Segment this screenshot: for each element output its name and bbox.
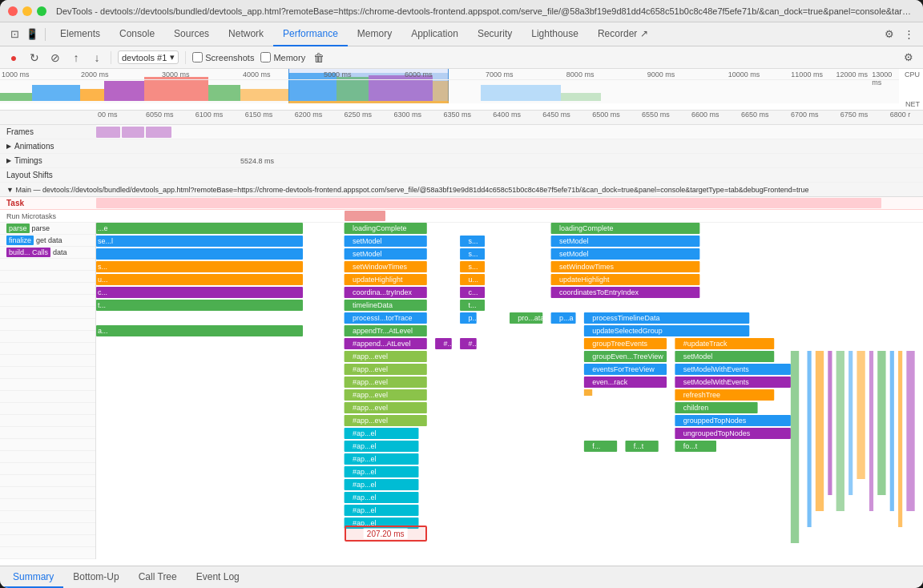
inspect-icon[interactable]: ⊡: [6, 26, 22, 42]
timeline-overview[interactable]: CPU NET 1000 ms 2000 ms 3000 ms 4000 ms …: [0, 69, 923, 111]
device-label: devtools #1: [122, 53, 167, 62]
frames-label: Frames: [0, 127, 96, 136]
sub-marker-12: 6600 ms: [691, 111, 719, 119]
tab-console[interactable]: Console: [110, 22, 164, 46]
memory-checkbox[interactable]: [260, 52, 271, 62]
svg-rect-154: [836, 351, 844, 511]
tab-recorder[interactable]: Recorder ↗: [588, 22, 658, 46]
svg-text:loadingComplete: loadingComplete: [353, 224, 407, 232]
task-bar: [96, 198, 881, 208]
svg-rect-16: [122, 127, 144, 138]
tab-application[interactable]: Application: [401, 22, 468, 46]
tab-call-tree[interactable]: Call Tree: [129, 566, 187, 588]
timings-label-text: Timings: [14, 156, 42, 165]
run-microtasks-label: Run Microtasks: [0, 210, 96, 222]
time-marker-5: 6000 ms: [405, 70, 433, 79]
svg-text:t...: t...: [98, 301, 106, 309]
parse-label: parse parse: [0, 223, 95, 235]
svg-rect-162: [584, 389, 592, 396]
flame-chart[interactable]: Task Run Microtasks parse: [0, 197, 923, 566]
record-button[interactable]: ●: [6, 50, 21, 65]
clear-button[interactable]: ⊘: [48, 50, 62, 65]
svg-rect-6: [240, 89, 288, 101]
sub-marker-15: 6750 ms: [840, 111, 869, 119]
svg-text:updateSelectedGroup: updateSelectedGroup: [592, 327, 663, 335]
svg-text:setModel: setModel: [683, 352, 713, 360]
svg-rect-156: [856, 351, 865, 479]
upload-button[interactable]: ↑: [69, 50, 83, 65]
svg-rect-33: [96, 248, 303, 260]
bottom-up-tab-label: Bottom-Up: [73, 571, 119, 582]
device-selector[interactable]: devtools #1 ▾: [118, 50, 179, 64]
more-tools-icon[interactable]: ⋮: [901, 26, 917, 42]
time-marker-1: 2000 ms: [81, 70, 109, 79]
svg-rect-64: [96, 300, 303, 311]
svg-rect-2: [80, 89, 104, 101]
svg-text:eventsForTreeView: eventsForTreeView: [592, 365, 655, 373]
screenshots-label: Screenshots: [205, 53, 254, 62]
traffic-lights: [8, 6, 46, 16]
minimize-button[interactable]: [22, 6, 32, 16]
svg-rect-144: [584, 441, 617, 452]
svg-text:p...a: p...a: [559, 314, 574, 322]
sub-marker-5: 6250 ms: [345, 111, 373, 119]
svg-text:u...: u...: [98, 276, 108, 284]
animations-track[interactable]: ▶ Animations: [0, 139, 923, 154]
tab-bottom-up[interactable]: Bottom-Up: [63, 566, 128, 588]
screenshots-checkbox[interactable]: [192, 52, 203, 62]
time-marker-6: 7000 ms: [486, 70, 514, 79]
sub-ruler: 00 ms 6050 ms 6100 ms 6150 ms 6200 ms 62…: [0, 111, 923, 125]
frames-track[interactable]: Frames: [0, 125, 923, 139]
close-button[interactable]: [8, 6, 18, 16]
svg-text:setWindowTimes: setWindowTimes: [353, 263, 408, 271]
tab-lighthouse[interactable]: Lighthouse: [522, 22, 588, 46]
svg-rect-155: [848, 351, 852, 495]
memory-checkbox-label[interactable]: Memory: [260, 52, 305, 62]
svg-text:even...rack: even...rack: [592, 378, 628, 386]
svg-text:fo...t: fo...t: [683, 442, 698, 450]
layout-shifts-track[interactable]: Layout Shifts: [0, 168, 923, 183]
animations-label-text: Animations: [14, 142, 54, 151]
svg-text:s...: s...: [98, 263, 107, 271]
time-marker-12: 13000 ms: [872, 70, 899, 87]
svg-text:loadingComplete: loadingComplete: [559, 224, 614, 232]
svg-text:appendTr...AtLevel: appendTr...AtLevel: [353, 327, 413, 335]
tab-summary[interactable]: Summary: [3, 566, 63, 588]
svg-rect-17: [146, 127, 171, 138]
timings-track[interactable]: ▶ Timings 5524.8 ms: [0, 154, 923, 168]
tab-memory[interactable]: Memory: [348, 22, 401, 46]
svg-text:setModel: setModel: [559, 237, 589, 245]
time-marker-11: 12000 ms: [836, 70, 868, 79]
delete-button[interactable]: 🗑: [312, 50, 326, 65]
svg-rect-152: [816, 351, 824, 511]
time-marker-7: 8000 ms: [566, 70, 595, 79]
svg-rect-160: [898, 351, 902, 527]
screenshots-checkbox-label[interactable]: Screenshots: [192, 52, 254, 62]
settings-icon[interactable]: ⚙: [881, 26, 897, 42]
svg-text:#app...evel: #app...evel: [353, 404, 388, 412]
svg-text:ungroupedTopNodes: ungroupedTopNodes: [683, 429, 751, 437]
perf-settings-icon[interactable]: ⚙: [901, 50, 917, 66]
svg-text:#app...evel: #app...evel: [353, 365, 388, 373]
svg-text:setWindowTimes: setWindowTimes: [559, 263, 615, 271]
download-button[interactable]: ↓: [90, 50, 104, 65]
tab-performance[interactable]: Performance: [273, 22, 348, 46]
svg-text:#...: #...: [468, 340, 478, 348]
tab-event-log[interactable]: Event Log: [187, 566, 249, 588]
tab-sources[interactable]: Sources: [164, 22, 219, 46]
sub-marker-1: 6050 ms: [146, 111, 174, 119]
svg-rect-40: [96, 261, 303, 272]
tab-security[interactable]: Security: [468, 22, 522, 46]
time-marker-8: 9000 ms: [647, 70, 675, 79]
svg-text:f...: f...: [592, 442, 600, 450]
svg-text:5524.8 ms: 5524.8 ms: [240, 157, 275, 165]
svg-text:coordina...tryIndex: coordina...tryIndex: [353, 288, 413, 296]
device-toggle-icon[interactable]: 📱: [24, 26, 40, 42]
run-microtasks-bar: [345, 211, 386, 221]
tab-network[interactable]: Network: [219, 22, 273, 46]
reload-record-button[interactable]: ↻: [27, 50, 42, 65]
maximize-button[interactable]: [37, 6, 46, 16]
tab-elements[interactable]: Elements: [50, 22, 110, 46]
sub-marker-0: 00 ms: [98, 111, 118, 119]
svg-rect-19: [96, 223, 303, 234]
